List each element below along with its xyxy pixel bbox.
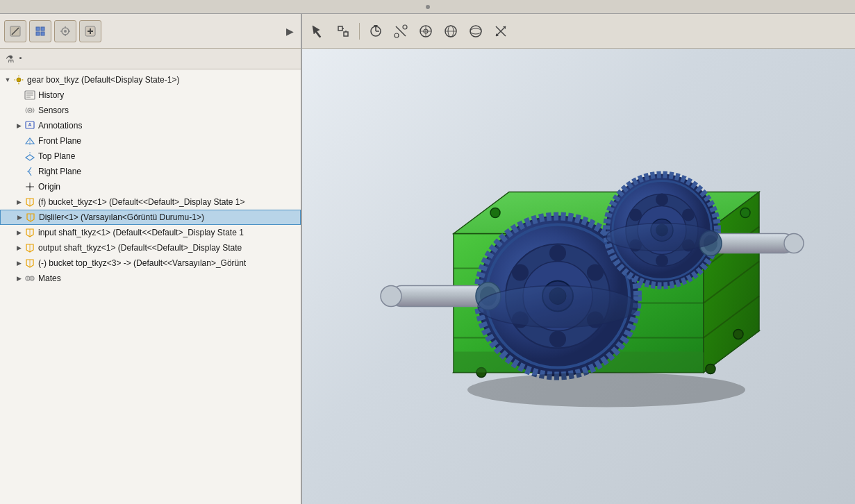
svg-point-118 xyxy=(606,224,717,251)
svg-point-50 xyxy=(403,25,407,29)
front-plane-icon xyxy=(24,135,36,146)
toolbar-btn-cut[interactable] xyxy=(390,21,411,42)
svg-point-7 xyxy=(64,30,67,33)
title-dot xyxy=(426,5,430,9)
filter-icon: ⚗ xyxy=(6,53,15,65)
bucket-top-label: (-) bucket top_tkyz<3> -> (Default<<Vars… xyxy=(38,258,246,268)
tree-root[interactable]: ▼ gear box_tkyz (Default<Display State-1… xyxy=(0,72,301,87)
root-expand-arrow[interactable]: ▼ xyxy=(3,75,13,85)
add-button[interactable] xyxy=(79,20,101,42)
toolbar-btn-view3[interactable] xyxy=(465,21,486,42)
svg-point-106 xyxy=(629,209,642,221)
front-plane-label: Front Plane xyxy=(38,136,81,146)
toolbar-btn-axis[interactable] xyxy=(490,21,511,42)
history-icon xyxy=(24,90,36,101)
left-panel: ▶ ⚗ · ▼ gear box_tkyz (Default<Display S… xyxy=(0,14,302,504)
right-panel xyxy=(302,14,855,504)
svg-rect-109 xyxy=(391,286,488,307)
origin-label: Origin xyxy=(38,182,60,192)
svg-point-91 xyxy=(549,331,566,348)
sensors-label: Sensors xyxy=(38,106,69,115)
bucket-expand-arrow[interactable]: ▶ xyxy=(14,197,24,207)
tree-item-mates[interactable]: ▶ Mates xyxy=(0,271,301,286)
input-shaft-icon xyxy=(24,227,36,238)
svg-point-74 xyxy=(733,330,743,339)
gearbox-model xyxy=(370,81,842,472)
disliler-icon xyxy=(24,212,37,223)
tree-item-origin[interactable]: Origin xyxy=(0,179,301,194)
tree-item-annotations[interactable]: ▶ A Annotations xyxy=(0,118,301,133)
toolbar-btn-view1[interactable] xyxy=(415,21,436,42)
bucket-icon xyxy=(24,196,36,208)
sensor-icon xyxy=(24,105,36,116)
output-shaft-icon xyxy=(24,242,36,253)
svg-rect-40 xyxy=(338,26,342,31)
right-plane-label: Right Plane xyxy=(38,167,81,176)
tree-item-disliler[interactable]: ▶ Dişliler<1> (Varsayılan<Görüntü Durumu… xyxy=(0,210,301,225)
svg-point-93 xyxy=(512,264,529,281)
svg-point-119 xyxy=(467,373,745,408)
filter-indicator: · xyxy=(19,51,22,66)
svg-point-112 xyxy=(784,234,804,253)
svg-point-117 xyxy=(478,286,638,328)
tree-item-right-plane[interactable]: Right Plane xyxy=(0,164,301,179)
origin-icon xyxy=(24,181,36,192)
svg-point-58 xyxy=(470,26,481,37)
sketch-button[interactable] xyxy=(4,20,26,42)
svg-point-104 xyxy=(656,255,668,267)
svg-point-70 xyxy=(490,208,500,218)
svg-rect-41 xyxy=(344,32,348,36)
right-plane-icon xyxy=(24,166,36,177)
root-gear-icon xyxy=(13,74,25,85)
svg-point-71 xyxy=(740,208,750,218)
root-label: gear box_tkyz (Default<Display State-1>) xyxy=(27,75,179,85)
svg-point-102 xyxy=(682,209,695,221)
svg-point-73 xyxy=(706,364,715,374)
svg-rect-4 xyxy=(36,32,40,35)
right-toolbar xyxy=(302,14,855,49)
history-label: History xyxy=(38,90,64,100)
tree-item-bucket-top[interactable]: ▶ (-) bucket top_tkyz<3> -> (Default<<Va… xyxy=(0,255,301,271)
toolbar-btn-fit[interactable] xyxy=(333,21,354,42)
filter-bar: ⚗ · xyxy=(0,49,301,69)
viewport[interactable] xyxy=(302,49,855,504)
toolbar-btn-rotate[interactable] xyxy=(365,21,386,42)
toolbar-separator-1 xyxy=(359,23,360,40)
features-button[interactable] xyxy=(29,20,51,42)
input-shaft-label: input shaft_tkyz<1> (Default<<Default>_D… xyxy=(38,228,244,237)
svg-line-48 xyxy=(396,26,406,36)
svg-point-101 xyxy=(656,194,668,206)
toolbar-btn-arrow[interactable] xyxy=(308,21,329,42)
tree-item-output-shaft[interactable]: ▶ output shaft_tkyz<1> (Default<<Default… xyxy=(0,240,301,255)
annotations-label: Annotations xyxy=(38,121,82,131)
top-plane-label: Top Plane xyxy=(38,151,75,161)
annotations-expand-arrow[interactable]: ▶ xyxy=(14,121,24,131)
svg-point-15 xyxy=(17,78,21,82)
tree-item-input-shaft[interactable]: ▶ input shaft_tkyz<1> (Default<<Default>… xyxy=(0,225,301,240)
tree-item-front-plane[interactable]: Front Plane xyxy=(0,133,301,149)
input-shaft-expand-arrow[interactable]: ▶ xyxy=(14,228,24,237)
svg-marker-39 xyxy=(313,26,321,37)
tree-item-history[interactable]: History xyxy=(0,87,301,103)
output-shaft-expand-arrow[interactable]: ▶ xyxy=(14,243,24,253)
bucket-label: (f) bucket_tkyz<1> (Default<<Default>_Di… xyxy=(38,197,245,207)
svg-text:A: A xyxy=(28,122,31,127)
mates-icon xyxy=(24,273,36,284)
mates-label: Mates xyxy=(38,274,61,283)
svg-rect-2 xyxy=(36,27,40,31)
tree-item-bucket[interactable]: ▶ (f) bucket_tkyz<1> (Default<<Default>_… xyxy=(0,194,301,210)
tree-item-top-plane[interactable]: Top Plane xyxy=(0,149,301,164)
main-container: ▶ ⚗ · ▼ gear box_tkyz (Default<Display S… xyxy=(0,14,855,504)
disliler-expand-arrow[interactable]: ▶ xyxy=(15,212,24,222)
bucket-top-expand-arrow[interactable]: ▶ xyxy=(14,258,24,268)
svg-point-49 xyxy=(395,33,399,37)
tree-item-sensors[interactable]: Sensors xyxy=(0,103,301,118)
toolbar-expand-button[interactable]: ▶ xyxy=(283,24,297,38)
toolbar-btn-view2[interactable] xyxy=(440,21,461,42)
svg-point-89 xyxy=(587,264,604,281)
assembly-button[interactable] xyxy=(54,20,76,42)
output-shaft-label: output shaft_tkyz<1> (Default<<Default>_… xyxy=(38,243,242,253)
mates-expand-arrow[interactable]: ▶ xyxy=(14,274,24,283)
left-toolbar: ▶ xyxy=(0,14,301,49)
tree-panel[interactable]: ▼ gear box_tkyz (Default<Display State-1… xyxy=(0,69,301,504)
